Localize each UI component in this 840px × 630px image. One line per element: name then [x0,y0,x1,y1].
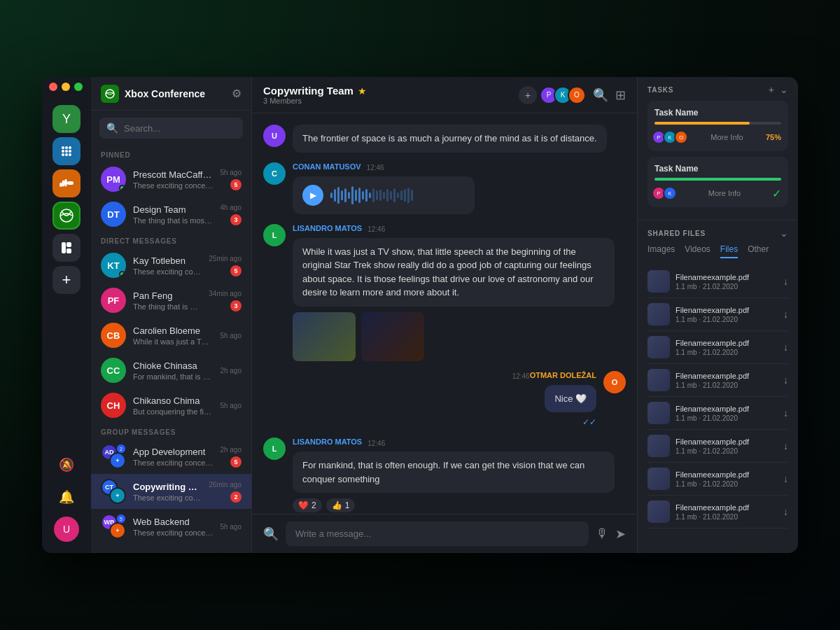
member-avatar-3: O [568,86,586,104]
message-row-2: C CONAN MATUSOV 12:46 ▶ [263,162,626,214]
window-controls [42,77,91,97]
more-options-icon[interactable]: ⊞ [615,88,626,103]
download-icon[interactable]: ↓ [783,374,788,386]
main-chat: Copywriting Team ★ 3 Members + P K O 🔍 ⊞ [252,77,637,553]
chat-header: Copywriting Team ★ 3 Members + P K O 🔍 ⊞ [252,77,637,113]
file-thumb [648,435,670,457]
sidebar-icon-soundcloud[interactable] [52,169,80,197]
svg-point-17 [106,90,114,98]
search-bar: 🔍 [99,118,243,139]
avatar-design-team: DT [101,202,126,227]
task-card-1: Task Name P K O More Info 75% [648,101,788,151]
sf-tab-images[interactable]: Images [648,244,675,258]
svg-rect-15 [66,242,71,247]
add-workspace-button[interactable]: + [52,266,80,294]
workspace-icon [101,85,119,103]
bell-icon[interactable]: 🔔 [54,484,79,510]
group-avatar-app-dev: AD + 2 [101,444,126,469]
message-bubble-5: For mankind, that is often enough. If we… [293,451,615,493]
shared-files-section: SHARED FILES ⌄ Images Videos Files Other… [638,220,798,553]
download-icon[interactable]: ↓ [783,440,788,451]
search-chat-icon[interactable]: 🔍 [593,88,608,103]
download-icon[interactable]: ↓ [783,506,788,517]
avatar-chikanso: CH [101,393,126,418]
send-icon[interactable]: ➤ [615,526,626,542]
avatar-pan: PF [101,288,126,313]
minimize-button[interactable] [62,83,70,91]
avatar-carolien: CB [101,323,126,348]
app-window: Y [42,77,798,553]
group-count: 2 [116,444,126,454]
chat-info-prescott: Prescott MacCaffery These exciting conce… [133,169,213,190]
download-icon[interactable]: ↓ [783,309,788,320]
pinned-label: PINNED [91,146,251,162]
chat-item-pan[interactable]: PF Pan Feng The thing that is most excit… [91,283,251,318]
close-button[interactable] [49,83,57,91]
shared-files-collapse[interactable]: ⌄ [780,227,788,239]
msg-avatar-3: L [263,224,286,246]
task-more-info-1[interactable]: More Info [710,133,743,141]
chat-item-app-dev[interactable]: AD + 2 App Development These exciting co… [91,439,251,474]
file-item-7: Filenameexample.pdf 1.1 mb · 21.02.2020 … [648,496,788,528]
settings-icon[interactable]: ⚙ [232,87,241,100]
maximize-button[interactable] [74,83,83,91]
msg-avatar-2: C [263,162,286,185]
left-panel: Xbox Conference ⚙ 🔍 PINNED PM Prescott M… [91,77,252,553]
group-avatar-web-backend: WB + 5 [101,514,126,539]
chat-title: Copywriting Team [263,85,354,97]
search-input[interactable] [124,123,241,134]
audio-message: ▶ [293,176,475,214]
tasks-collapse-icon[interactable]: ⌄ [780,84,788,95]
search-icon: 🔍 [106,122,118,134]
chat-item-chioke[interactable]: CC Chioke Chinasa For mankind, that is o… [91,353,251,388]
download-icon[interactable]: ↓ [783,407,788,419]
chat-item-web-backend[interactable]: WB + 5 Web Backend These exciting concep… [91,509,251,544]
task-more-info-2[interactable]: More Info [708,189,741,197]
sf-tab-videos[interactable]: Videos [685,244,710,258]
svg-point-5 [69,150,71,153]
chat-item-prescott[interactable]: PM Prescott MacCaffery These exciting co… [91,162,251,197]
download-icon[interactable]: ↓ [783,342,788,353]
reaction-heart[interactable]: ❤️ 2 [293,498,322,512]
sidebar-icon-y[interactable]: Y [52,105,80,133]
file-thumb [648,303,670,326]
message-image-1 [293,312,356,361]
message-row-5: L LISANDRO MATOS 12:46 For mankind, that… [263,438,626,512]
sidebar-icon-bb[interactable] [52,234,80,262]
chat-item-design-team[interactable]: DT Design Team The thing that is most ex… [91,197,251,232]
file-item-1: Filenameexample.pdf 1.1 mb · 21.02.2020 … [648,298,788,331]
workspace-name: Xbox Conference [101,85,205,103]
message-reactions: ❤️ 2 👍 1 [293,498,615,512]
message-input-bar: 🔍 🎙 ➤ [252,514,637,553]
download-icon[interactable]: ↓ [783,276,788,287]
audio-waveform [330,185,465,206]
mic-icon[interactable]: 🎙 [596,526,608,541]
task-card-2: Task Name P K More Info ✓ [648,157,788,207]
user-avatar[interactable]: U [54,517,79,542]
sidebar-icon-xbox[interactable] [52,202,80,230]
tasks-section: TASKS + ⌄ Task Name P K O M [638,77,798,220]
chat-item-chikanso[interactable]: CH Chikanso Chima But conquering the fin… [91,388,251,423]
message-input[interactable] [286,522,589,546]
online-indicator [119,271,125,277]
chat-subtitle: 3 Members [263,97,367,105]
chat-item-kay[interactable]: KT Kay Totleben These exciting concepts … [91,248,251,283]
file-item-0: Filenameexample.pdf 1.1 mb · 21.02.2020 … [648,265,788,298]
file-thumb [648,402,670,424]
chat-item-copywriting[interactable]: CT + Copywriting Team These exciting con… [91,474,251,509]
task-done-icon: ✓ [772,187,781,200]
play-button[interactable]: ▶ [302,185,323,206]
chat-item-carolien[interactable]: CB Carolien Bloeme While it was just a T… [91,318,251,353]
app-icon-sidebar: Y [42,77,91,553]
reaction-thumbs[interactable]: 👍 1 [326,498,356,512]
task-avatars-1: P K O [654,130,688,144]
add-member-button[interactable]: + [519,86,537,104]
mute-icon[interactable]: 🔕 [54,452,79,477]
right-panel: TASKS + ⌄ Task Name P K O M [637,77,798,553]
sidebar-icon-dots[interactable] [52,137,80,165]
star-icon[interactable]: ★ [358,85,367,97]
sf-tab-files[interactable]: Files [720,244,738,258]
tasks-add-icon[interactable]: + [769,84,774,95]
sf-tab-other[interactable]: Other [748,244,769,258]
download-icon[interactable]: ↓ [783,473,788,484]
